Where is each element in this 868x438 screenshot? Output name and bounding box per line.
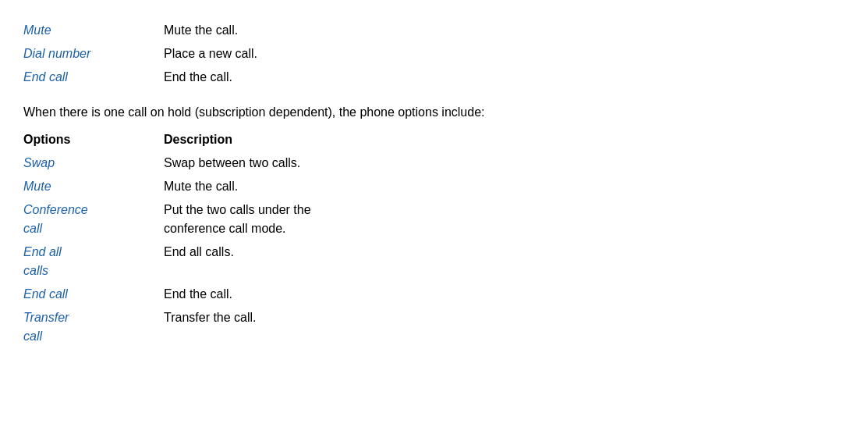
option-cell: End call xyxy=(23,66,164,89)
description-cell: End the call. xyxy=(164,283,845,306)
option-label: Mute xyxy=(23,23,51,37)
option-cell: Swap xyxy=(23,151,164,175)
table-row: TransfercallTransfer the call. xyxy=(23,306,845,348)
option-label: Transfercall xyxy=(23,311,69,343)
option-label: End call xyxy=(23,70,68,84)
description-cell: Mute the call. xyxy=(164,175,845,198)
table-row: End callEnd the call. xyxy=(23,66,845,89)
option-label: End allcalls xyxy=(23,245,62,277)
top-options-table: MuteMute the call.Dial numberPlace a new… xyxy=(23,19,845,89)
option-label: Conferencecall xyxy=(23,203,88,235)
description-cell: Transfer the call. xyxy=(164,306,845,348)
option-label: End call xyxy=(23,287,68,301)
option-cell: Mute xyxy=(23,19,164,42)
bottom-options-table: OptionsDescriptionSwapSwap between two c… xyxy=(23,128,845,348)
option-label: Swap xyxy=(23,156,55,169)
table-row: End allcallsEnd all calls. xyxy=(23,240,845,283)
header-description: Description xyxy=(164,128,845,151)
table-row: MuteMute the call. xyxy=(23,175,845,198)
description-cell: End all calls. xyxy=(164,240,845,283)
description-cell: End the call. xyxy=(164,66,845,89)
description-cell: Swap between two calls. xyxy=(164,151,845,175)
option-cell: Transfercall xyxy=(23,306,164,348)
option-label: Mute xyxy=(23,180,51,193)
option-cell: End call xyxy=(23,283,164,306)
option-cell: Dial number xyxy=(23,42,164,66)
option-cell: Mute xyxy=(23,175,164,198)
header-options: Options xyxy=(23,128,164,151)
option-label: Dial number xyxy=(23,47,90,60)
option-cell: End allcalls xyxy=(23,240,164,283)
table-row: Dial numberPlace a new call. xyxy=(23,42,845,66)
table-row: ConferencecallPut the two calls under th… xyxy=(23,198,845,240)
description-cell: Place a new call. xyxy=(164,42,845,66)
section-intro-text: When there is one call on hold (subscrip… xyxy=(23,103,845,122)
table-row: SwapSwap between two calls. xyxy=(23,151,845,175)
table-row: End callEnd the call. xyxy=(23,283,845,306)
table-header-row: OptionsDescription xyxy=(23,128,845,151)
table-row: MuteMute the call. xyxy=(23,19,845,42)
description-cell: Mute the call. xyxy=(164,19,845,42)
option-cell: Conferencecall xyxy=(23,198,164,240)
description-cell: Put the two calls under theconference ca… xyxy=(164,198,845,240)
